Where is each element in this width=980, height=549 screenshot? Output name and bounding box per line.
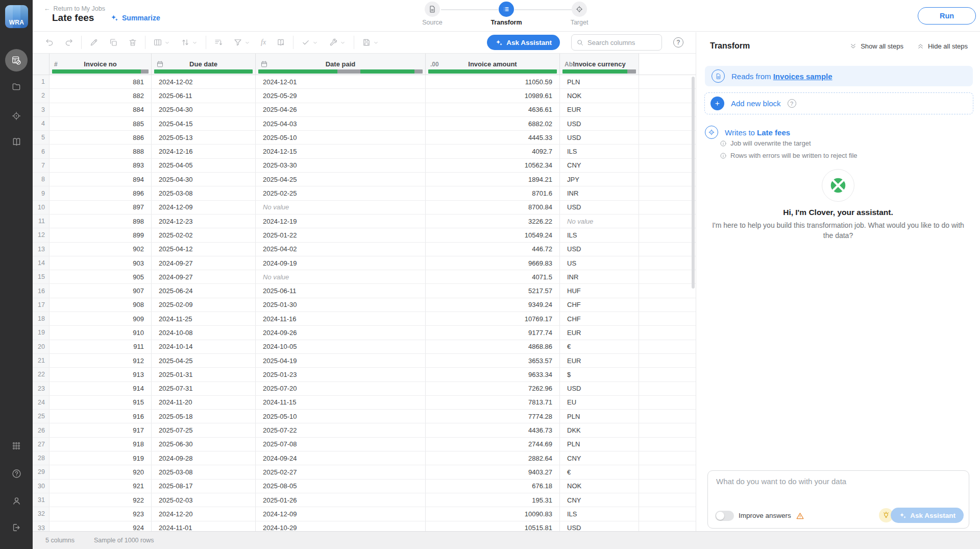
table-cell[interactable]: JPY xyxy=(560,173,639,186)
table-cell[interactable]: 2024-12-20 xyxy=(152,507,256,520)
table-cell[interactable]: 9349.24 xyxy=(426,298,560,312)
table-cell[interactable]: CHF xyxy=(560,298,639,312)
help-button[interactable]: ? xyxy=(673,37,683,47)
table-cell[interactable]: 2025-07-20 xyxy=(256,382,426,395)
back-link[interactable]: ← Return to My Jobs xyxy=(44,5,105,12)
reads-from-block[interactable]: Reads from Invoices sample xyxy=(705,66,973,86)
table-cell[interactable]: 2025-05-29 xyxy=(256,89,426,102)
table-cell[interactable]: 2024-12-15 xyxy=(256,145,426,158)
table-cell[interactable]: USD xyxy=(560,521,639,532)
table-cell[interactable]: 912 xyxy=(50,354,152,367)
table-cell[interactable]: 1894.21 xyxy=(426,173,560,186)
table-cell[interactable]: USD xyxy=(560,131,639,144)
split-button[interactable] xyxy=(271,34,290,51)
table-cell[interactable]: 2025-01-22 xyxy=(256,228,426,242)
table-cell[interactable]: USD xyxy=(560,382,639,395)
delete-button[interactable] xyxy=(123,34,142,51)
table-cell[interactable]: 2025-04-05 xyxy=(152,159,256,172)
table-cell[interactable]: 894 xyxy=(50,173,152,186)
table-cell[interactable]: 2025-03-08 xyxy=(152,186,256,200)
table-cell[interactable]: 4092.7 xyxy=(426,145,560,158)
table-cell[interactable]: 2025-06-11 xyxy=(256,284,426,297)
table-cell[interactable]: 919 xyxy=(50,451,152,465)
table-cell[interactable]: 2024-09-27 xyxy=(152,270,256,283)
table-cell[interactable]: 2024-11-15 xyxy=(256,396,426,409)
table-cell[interactable]: 911 xyxy=(50,340,152,353)
table-cell[interactable]: 915 xyxy=(50,396,152,409)
table-cell[interactable]: DKK xyxy=(560,423,639,437)
columns-button[interactable] xyxy=(148,34,176,51)
table-cell[interactable]: 899 xyxy=(50,228,152,242)
table-cell[interactable]: No value xyxy=(256,270,426,283)
table-cell[interactable]: CNY xyxy=(560,159,639,172)
table-cell[interactable]: 2024-11-20 xyxy=(152,396,256,409)
table-cell[interactable]: € xyxy=(560,340,639,353)
table-cell[interactable]: CHF xyxy=(560,312,639,325)
table-cell[interactable]: CNY xyxy=(560,451,639,465)
search-columns-input[interactable] xyxy=(587,39,654,46)
step-target[interactable]: Target xyxy=(556,2,602,26)
summarize-button[interactable]: Summarize xyxy=(110,14,160,22)
add-new-block-button[interactable]: Add new block ? xyxy=(704,92,973,114)
table-cell[interactable]: 909 xyxy=(50,312,152,325)
table-cell[interactable]: 918 xyxy=(50,438,152,451)
table-cell[interactable]: 446.72 xyxy=(426,243,560,256)
table-cell[interactable]: 2025-07-08 xyxy=(256,438,426,451)
table-cell[interactable]: € xyxy=(560,465,639,479)
table-cell[interactable]: 10562.34 xyxy=(426,159,560,172)
row-number[interactable]: 18 xyxy=(33,312,50,325)
table-cell[interactable]: 4868.86 xyxy=(426,340,560,353)
table-cell[interactable]: 910 xyxy=(50,326,152,339)
sidebar-item-sources[interactable] xyxy=(0,76,33,98)
table-cell[interactable]: 5217.57 xyxy=(426,284,560,297)
table-cell[interactable]: 882 xyxy=(50,89,152,102)
table-cell[interactable]: 9633.34 xyxy=(426,368,560,381)
improve-answers-toggle[interactable] xyxy=(715,511,734,521)
row-number[interactable]: 25 xyxy=(33,410,50,423)
sidebar-item-docs[interactable] xyxy=(0,130,33,153)
table-cell[interactable]: 2025-05-13 xyxy=(152,131,256,144)
step-transform[interactable]: Transform xyxy=(483,2,529,26)
table-cell[interactable]: 2024-10-14 xyxy=(152,340,256,353)
column-header-date-paid[interactable]: Date paid xyxy=(256,54,426,75)
assistant-prompt-input[interactable] xyxy=(716,477,951,503)
table-cell[interactable]: 2025-03-08 xyxy=(152,465,256,479)
table-cell[interactable]: 2025-01-26 xyxy=(256,493,426,507)
table-cell[interactable]: 2025-06-24 xyxy=(152,284,256,297)
table-cell[interactable]: 4071.5 xyxy=(426,270,560,283)
table-cell[interactable]: 7813.71 xyxy=(426,396,560,409)
ask-assistant-submit-button[interactable]: Ask Assistant xyxy=(891,508,964,523)
column-header-due-date[interactable]: Due date xyxy=(152,54,256,75)
table-cell[interactable]: 2024-12-09 xyxy=(152,201,256,214)
sidebar-item-logout[interactable] xyxy=(0,516,33,539)
table-cell[interactable]: 7262.96 xyxy=(426,382,560,395)
writes-to-block[interactable]: Writes to Late fees xyxy=(705,126,790,139)
table-cell[interactable]: ILS xyxy=(560,145,639,158)
table-cell[interactable]: USD xyxy=(560,243,639,256)
row-number[interactable]: 13 xyxy=(33,243,50,256)
table-cell[interactable]: 10549.24 xyxy=(426,228,560,242)
row-number[interactable]: 32 xyxy=(33,507,50,520)
row-number[interactable]: 7 xyxy=(33,159,50,172)
table-cell[interactable]: 2024-09-19 xyxy=(256,256,426,270)
table-cell[interactable]: 2025-04-30 xyxy=(152,173,256,186)
undo-button[interactable] xyxy=(40,34,59,51)
table-cell[interactable]: 9177.74 xyxy=(426,326,560,339)
table-cell[interactable]: 2024-12-19 xyxy=(256,214,426,228)
table-cell[interactable]: 4636.61 xyxy=(426,103,560,116)
table-cell[interactable]: ILS xyxy=(560,228,639,242)
sidebar-item-apps[interactable] xyxy=(0,435,33,457)
row-number[interactable]: 27 xyxy=(33,438,50,451)
table-cell[interactable]: 3653.57 xyxy=(426,354,560,367)
vertical-scrollbar[interactable] xyxy=(692,77,695,289)
app-logo[interactable]: WRA xyxy=(5,5,28,28)
row-number[interactable]: 12 xyxy=(33,228,50,242)
table-cell[interactable]: 2024-09-26 xyxy=(256,326,426,339)
formula-button[interactable]: fx xyxy=(256,34,271,51)
table-cell[interactable]: 2025-05-10 xyxy=(256,410,426,423)
table-cell[interactable]: 676.18 xyxy=(426,480,560,493)
row-number[interactable]: 14 xyxy=(33,256,50,270)
table-cell[interactable]: 2024-10-29 xyxy=(256,521,426,532)
table-cell[interactable]: 896 xyxy=(50,186,152,200)
row-number[interactable]: 19 xyxy=(33,326,50,339)
